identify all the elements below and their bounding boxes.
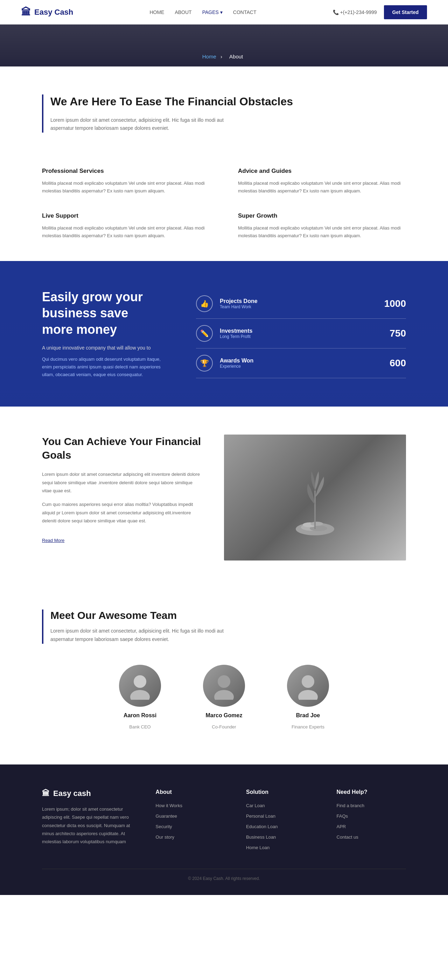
about-heading: We Are Here To Ease The Financial Obstac… [50,94,293,109]
breadcrumb-separator: › [220,54,222,59]
about-body: Lorem ipsum dolor sit amet consectetur, … [50,116,225,133]
plant-svg [290,455,340,539]
stat-icon-2: ✏️ [196,325,213,342]
navbar-right: 📞 +(+21)-234-9999 Get Started [333,5,427,19]
stat-row-3: 🏆 Awards Won Experience 600 [196,348,406,378]
service-title-3: Live Support [42,212,210,220]
stats-left: Easily grow your business save more mone… [42,289,161,379]
hero-banner: Home › About [0,24,448,67]
fg-left: You Can Achieve Your Financial Goals Lor… [42,434,203,543]
footer-help-links: Find a branch FAQs APR Contact us [337,802,406,840]
team-name-1: Aaron Rossi [124,712,156,719]
team-grid: Aaron Rossi Bank CEO Marco Gomez Co-Foun… [42,665,406,730]
about-intro-section: We Are Here To Ease The Financial Obstac… [0,67,448,154]
breadcrumb: Home › About [202,54,246,59]
footer-brand-desc: Lorem ipsum; dolor sit amet consectetur … [42,805,135,846]
stats-desc: Qui ducimus vero aliquam odit deserunt v… [42,355,161,379]
phone-link[interactable]: 📞 +(+21)-234-9999 [333,10,377,15]
footer-link-contact[interactable]: Contact us [337,834,359,840]
nav-links: HOME ABOUT PAGES ▾ CONTACT [150,10,256,15]
footer-link-personal[interactable]: Personal Loan [246,813,276,819]
footer-link-how[interactable]: How it Works [156,803,182,808]
chevron-down-icon: ▾ [220,10,223,15]
avatar-placeholder-3 [287,665,329,707]
breadcrumb-current: About [229,54,243,59]
stats-heading: Easily grow your business save more mone… [42,289,161,338]
site-name: Easy Cash [34,8,73,17]
footer-bottom: © 2024 Easy Cash. All rights reserved. [42,869,406,881]
service-title-4: Super Growth [238,212,406,220]
footer-copyright: © 2024 Easy Cash. All rights reserved. [188,876,260,881]
stat-number-1: 1000 [384,298,406,309]
site-logo[interactable]: 🏛 Easy Cash [21,6,73,18]
service-item-2: Advice and Guides Mollitia placeat modi … [238,168,406,195]
stat-sub-3: Experience [220,364,383,369]
stat-title-1: Projects Done [220,298,377,304]
footer: 🏛 Easy cash Lorem ipsum; dolor sit amet … [0,764,448,895]
services-section: Professional Services Mollitia placeat m… [0,154,448,261]
fg-image [224,434,406,560]
nav-contact[interactable]: CONTACT [233,10,257,15]
team-member-3: Brad Joe Finance Experts [287,665,329,730]
footer-link-faqs[interactable]: FAQs [337,813,348,819]
stat-sub-1: Team Hard Work [220,304,377,309]
nav-about[interactable]: ABOUT [175,10,191,15]
service-title-1: Professional Services [42,168,210,175]
service-body-4: Mollitia placeat modi explicabo voluptat… [238,224,406,240]
footer-link-home[interactable]: Home Loan [246,845,269,850]
fg-heading: You Can Achieve Your Financial Goals [42,434,203,462]
stat-icon-1: 👍 [196,295,213,312]
service-item-4: Super Growth Mollitia placeat modi expli… [238,212,406,240]
footer-link-branch[interactable]: Find a branch [337,803,365,808]
footer-link-story[interactable]: Our story [156,834,174,840]
stats-right: 👍 Projects Done Team Hard Work 1000 ✏️ I… [196,289,406,378]
team-intro-text: Lorem ipsum dolor sit amet consectetur, … [50,627,225,644]
service-body-1: Mollitia placeat modi explicabo voluptat… [42,180,210,195]
stat-number-3: 600 [389,358,406,369]
footer-col-about: About How it Works Guarantee Security Ou… [156,789,225,855]
footer-link-business[interactable]: Business Loan [246,834,276,840]
read-more-link[interactable]: Read More [42,538,64,543]
footer-col-solution: Solution Car Loan Personal Loan Educatio… [246,789,315,855]
svg-point-7 [130,690,150,700]
svg-point-9 [214,690,234,700]
hero-bg [0,24,448,67]
financial-goals-section: You Can Achieve Your Financial Goals Lor… [0,407,448,589]
navbar: 🏛 Easy Cash HOME ABOUT PAGES ▾ CONTACT 📞… [0,0,448,24]
breadcrumb-home[interactable]: Home [202,54,216,59]
about-intro-content: We Are Here To Ease The Financial Obstac… [42,94,293,133]
footer-grid: 🏛 Easy cash Lorem ipsum; dolor sit amet … [42,789,406,855]
nav-pages[interactable]: PAGES ▾ [202,10,223,15]
footer-solution-links: Car Loan Personal Loan Education Loan Bu… [246,802,315,851]
service-body-3: Mollitia placeat modi explicabo voluptat… [42,224,210,240]
footer-help-heading: Need Help? [337,789,406,795]
stat-info-2: Investments Long Term Profit [220,328,383,339]
footer-logo-icon: 🏛 [42,789,50,798]
team-heading: Meet Our Awesome Team [50,609,406,621]
service-item-1: Professional Services Mollitia placeat m… [42,168,210,195]
avatar-placeholder-1 [119,665,161,707]
plant-illustration [224,434,406,560]
stat-info-3: Awards Won Experience [220,358,383,369]
footer-about-links: How it Works Guarantee Security Our stor… [156,802,225,840]
get-started-button[interactable]: Get Started [384,5,427,19]
service-item-3: Live Support Mollitia placeat modi expli… [42,212,210,240]
footer-brand-name: 🏛 Easy cash [42,789,135,798]
team-name-2: Marco Gomez [206,712,242,719]
team-role-1: Bank CEO [129,724,150,730]
svg-point-11 [298,690,318,700]
team-role-3: Finance Experts [292,724,324,730]
footer-link-security[interactable]: Security [156,824,172,829]
stat-title-3: Awards Won [220,358,383,364]
team-member-2: Marco Gomez Co-Founder [203,665,245,730]
footer-link-apr[interactable]: APR [337,824,346,829]
footer-link-education[interactable]: Education Loan [246,824,277,829]
footer-link-car[interactable]: Car Loan [246,803,265,808]
team-member-1: Aaron Rossi Bank CEO [119,665,161,730]
nav-home[interactable]: HOME [150,10,164,15]
stat-sub-2: Long Term Profit [220,334,383,339]
footer-brand: 🏛 Easy cash Lorem ipsum; dolor sit amet … [42,789,135,855]
footer-about-heading: About [156,789,225,795]
footer-link-guarantee[interactable]: Guarantee [156,813,177,819]
avatar-placeholder-2 [203,665,245,707]
